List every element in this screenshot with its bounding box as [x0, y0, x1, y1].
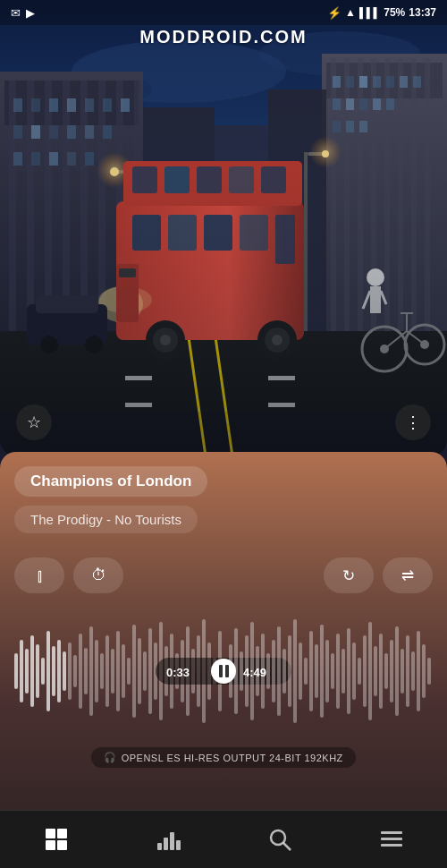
- bottom-navigation: [0, 810, 447, 868]
- svg-rect-173: [309, 631, 313, 711]
- repeat-button[interactable]: ↻: [324, 557, 374, 593]
- svg-rect-186: [379, 634, 383, 709]
- svg-rect-138: [122, 644, 125, 698]
- nav-bars-button[interactable]: [143, 817, 192, 862]
- svg-text:4:49: 4:49: [243, 666, 266, 679]
- svg-rect-198: [219, 665, 223, 677]
- shuffle-button[interactable]: ⇌: [383, 557, 433, 593]
- svg-rect-179: [342, 649, 345, 694]
- svg-rect-181: [352, 642, 356, 700]
- menu-icon: [379, 827, 404, 852]
- battery-text: 75%: [384, 6, 405, 19]
- svg-rect-188: [390, 640, 393, 702]
- status-bar: ✉ ▶ ⚡ ▲ ▌▌▌ 75% 13:37: [0, 0, 447, 25]
- star-icon: ☆: [27, 413, 41, 432]
- svg-rect-134: [100, 653, 104, 689]
- svg-rect-193: [417, 631, 420, 711]
- svg-rect-174: [315, 644, 318, 698]
- headphone-icon: 🎧: [104, 752, 117, 763]
- svg-rect-182: [358, 658, 361, 685]
- svg-rect-132: [89, 626, 93, 716]
- clock-button[interactable]: ⏱: [73, 557, 123, 593]
- nav-menu-button[interactable]: [367, 817, 416, 862]
- svg-rect-177: [331, 653, 334, 689]
- svg-rect-175: [320, 625, 324, 718]
- svg-rect-120: [25, 649, 29, 694]
- nav-grid-button[interactable]: [31, 817, 80, 862]
- svg-rect-204: [57, 840, 67, 850]
- audio-output-badge: 🎧 OPENSL ES HI-RES OUTPUT 24-BIT 192KHZ: [91, 747, 356, 768]
- svg-rect-140: [132, 625, 136, 718]
- svg-rect-136: [111, 649, 114, 694]
- equalizer-icon: ⫿: [36, 566, 44, 586]
- svg-rect-169: [288, 635, 291, 707]
- svg-rect-142: [143, 651, 147, 691]
- svg-rect-143: [148, 628, 152, 714]
- favorite-button[interactable]: ☆: [16, 404, 52, 440]
- time-text: 13:37: [409, 6, 436, 19]
- svg-rect-129: [73, 655, 77, 687]
- svg-rect-119: [20, 640, 23, 702]
- svg-rect-127: [63, 651, 66, 691]
- bars-chart-icon: [156, 827, 181, 852]
- svg-rect-121: [30, 635, 34, 707]
- svg-rect-124: [46, 631, 50, 711]
- svg-rect-207: [170, 832, 174, 850]
- svg-rect-133: [95, 640, 98, 702]
- svg-rect-172: [304, 658, 308, 685]
- svg-rect-118: [14, 653, 18, 689]
- svg-rect-135: [105, 635, 109, 707]
- wifi-icon: ▲: [345, 6, 356, 19]
- svg-rect-141: [138, 638, 141, 704]
- svg-rect-190: [401, 649, 404, 694]
- svg-rect-194: [422, 644, 426, 698]
- song-title[interactable]: Champions of London: [14, 466, 207, 497]
- svg-rect-130: [79, 634, 82, 709]
- more-options-button[interactable]: ⋮: [395, 404, 431, 440]
- search-icon: [267, 827, 292, 852]
- watermark: MODDROID.COM: [0, 27, 447, 47]
- svg-rect-165: [266, 653, 270, 689]
- svg-rect-211: [381, 831, 402, 834]
- street-scene-illustration: [0, 0, 447, 456]
- svg-rect-117: [0, 0, 447, 456]
- svg-rect-212: [381, 838, 402, 840]
- more-icon: ⋮: [405, 413, 421, 432]
- audio-output-area: 🎧 OPENSL ES HI-RES OUTPUT 24-BIT 192KHZ: [0, 747, 447, 768]
- svg-rect-139: [127, 658, 131, 685]
- status-right-icons: ⚡ ▲ ▌▌▌ 75% 13:37: [327, 6, 436, 20]
- svg-rect-203: [46, 840, 55, 850]
- svg-rect-170: [293, 619, 297, 723]
- svg-rect-184: [368, 622, 372, 720]
- waveform-area[interactable]: 0:33 4:49: [14, 608, 433, 734]
- svg-rect-185: [374, 646, 377, 696]
- svg-rect-199: [225, 665, 229, 677]
- equalizer-button[interactable]: ⫿: [14, 557, 64, 593]
- svg-rect-205: [157, 843, 162, 850]
- clock-icon: ⏱: [91, 566, 106, 584]
- svg-rect-201: [46, 829, 55, 838]
- nav-search-button[interactable]: [255, 817, 304, 862]
- shuffle-icon: ⇌: [401, 566, 414, 585]
- svg-point-197: [211, 659, 236, 684]
- svg-rect-171: [299, 642, 302, 700]
- svg-rect-189: [395, 626, 399, 716]
- svg-rect-180: [347, 628, 350, 714]
- svg-rect-176: [325, 640, 329, 702]
- waveform-visualization: 0:33 4:49: [14, 608, 433, 734]
- album-art-background: [0, 0, 447, 456]
- svg-rect-166: [272, 640, 275, 702]
- grid-icon: [44, 827, 69, 852]
- svg-rect-213: [381, 844, 402, 847]
- svg-rect-122: [36, 644, 39, 698]
- controls-row: ⫿ ⏱ ↻ ⇌: [14, 557, 433, 593]
- song-album[interactable]: The Prodigy - No Tourists: [14, 506, 198, 533]
- svg-rect-195: [427, 658, 431, 685]
- svg-rect-192: [411, 651, 415, 691]
- status-left-icons: ✉ ▶: [11, 6, 35, 20]
- play-icon: ▶: [26, 6, 35, 20]
- svg-rect-131: [84, 648, 88, 694]
- svg-text:0:33: 0:33: [166, 666, 190, 679]
- svg-rect-183: [363, 635, 367, 707]
- svg-rect-208: [176, 840, 181, 850]
